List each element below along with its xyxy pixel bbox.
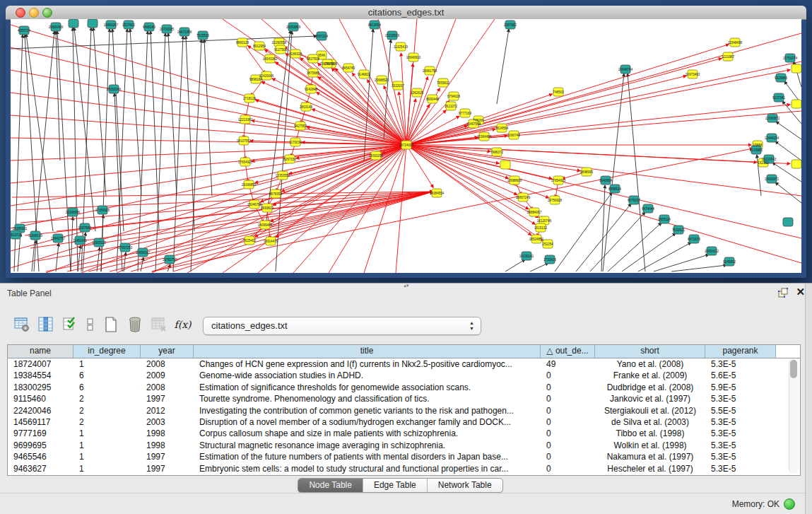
table-row[interactable]: 1830029562008Estimation of significance … xyxy=(8,382,800,393)
table-selector-dropdown[interactable]: citations_edges.txt ▲▼ xyxy=(203,317,481,335)
table-cell[interactable]: Tourette syndrome. Phenomenology and cla… xyxy=(194,393,541,404)
delete-table-icon[interactable] xyxy=(126,316,143,334)
table-cell[interactable]: 5.6E-5 xyxy=(705,370,776,381)
network-edge[interactable] xyxy=(97,247,100,271)
table-cell[interactable]: 49 xyxy=(541,358,595,370)
network-edge[interactable] xyxy=(406,70,790,145)
table-cell[interactable]: 18300295 xyxy=(8,382,73,393)
table-cell[interactable]: Nakamura et al. (1997) xyxy=(595,451,705,462)
network-edge[interactable] xyxy=(396,145,406,273)
new-table-icon[interactable] xyxy=(102,316,119,334)
column-header-in_degree[interactable]: in_degree xyxy=(73,345,141,358)
network-edge[interactable] xyxy=(406,64,413,145)
panel-splitter-handle[interactable]: ▴▾ xyxy=(401,283,412,288)
row-selection-icon[interactable] xyxy=(61,316,78,334)
table-cell[interactable]: 9115460 xyxy=(8,393,73,404)
column-header-pagerank[interactable]: pagerank xyxy=(705,345,776,358)
tab-edge-table[interactable]: Edge Table xyxy=(363,479,428,492)
network-node[interactable] xyxy=(792,100,801,108)
table-cell[interactable]: 5.3E-5 xyxy=(705,428,776,439)
import-table-icon-disabled[interactable] xyxy=(150,316,167,334)
network-edge[interactable] xyxy=(30,192,433,248)
network-edge[interactable] xyxy=(138,31,148,271)
table-cell[interactable]: Genome-wide association studies in ADHD. xyxy=(194,370,541,381)
table-cell[interactable]: 2 xyxy=(73,405,141,416)
table-row[interactable]: 2242004622012Investigating the contribut… xyxy=(8,405,800,416)
table-cell[interactable]: 1997 xyxy=(141,393,194,404)
table-row[interactable]: 911546021997Tourette syndrome. Phenomeno… xyxy=(8,393,800,404)
network-edge[interactable] xyxy=(46,192,433,271)
table-cell[interactable]: 0 xyxy=(541,451,595,462)
column-header-short[interactable]: short xyxy=(595,345,705,358)
table-cell[interactable]: Yano et al. (2008) xyxy=(595,358,705,370)
table-cell[interactable]: 6 xyxy=(73,370,141,381)
network-edge[interactable] xyxy=(530,263,548,271)
network-edge[interactable] xyxy=(406,145,433,187)
network-node[interactable] xyxy=(792,64,801,73)
network-node[interactable] xyxy=(88,19,98,28)
table-cell[interactable]: 9777169 xyxy=(8,428,73,439)
network-edge[interactable] xyxy=(56,31,60,160)
table-cell[interactable]: 5.3E-5 xyxy=(705,440,776,451)
table-cell[interactable]: 1 xyxy=(73,428,141,439)
table-cell[interactable]: 1 xyxy=(73,463,141,474)
table-cell[interactable]: 9465546 xyxy=(8,451,73,462)
table-cell[interactable]: 0 xyxy=(541,440,595,451)
table-cell[interactable]: 0 xyxy=(541,370,595,381)
network-edge[interactable] xyxy=(497,29,509,104)
network-edge[interactable] xyxy=(11,138,406,145)
network-edge[interactable] xyxy=(73,28,78,271)
table-cell[interactable]: Stergiakouli et al. (2012) xyxy=(595,405,705,416)
table-cell[interactable]: 1997 xyxy=(141,451,194,462)
table-cell[interactable]: 0 xyxy=(541,382,595,393)
network-edge[interactable] xyxy=(152,148,753,271)
column-header-year[interactable]: year xyxy=(141,345,194,358)
table-row[interactable]: 1872400712008Changes of HCN gene express… xyxy=(8,358,800,370)
tab-node-table[interactable]: Node Table xyxy=(298,479,363,492)
table-cell[interactable]: 6 xyxy=(73,382,141,393)
network-edge[interactable] xyxy=(406,62,801,145)
table-cell[interactable]: Estimation of significance thresholds fo… xyxy=(194,382,541,393)
network-edge[interactable] xyxy=(505,259,525,271)
tab-network-table[interactable]: Network Table xyxy=(428,479,502,492)
network-edge[interactable] xyxy=(638,243,691,271)
table-cell[interactable]: Investigating the contribution of common… xyxy=(194,405,541,416)
table-cell[interactable]: 14569117 xyxy=(8,416,73,428)
network-edge[interactable] xyxy=(608,223,661,271)
table-cell[interactable]: 1998 xyxy=(141,428,194,439)
table-cell[interactable]: Tibbo et al. (1998) xyxy=(595,428,705,439)
network-edge[interactable] xyxy=(78,245,81,271)
table-row[interactable]: 969969511998Structural magnetic resonanc… xyxy=(8,440,800,451)
network-edge[interactable] xyxy=(187,145,406,273)
table-cell[interactable]: 0 xyxy=(541,416,595,428)
network-edge[interactable] xyxy=(654,255,709,271)
table-vertical-scrollbar[interactable] xyxy=(789,358,799,474)
table-cell[interactable]: 9699695 xyxy=(8,440,73,451)
network-edge[interactable] xyxy=(364,145,406,273)
network-node[interactable] xyxy=(783,218,793,226)
network-edge[interactable] xyxy=(406,145,801,196)
network-edge[interactable] xyxy=(776,122,801,139)
clear-selection-icon[interactable] xyxy=(85,316,95,334)
network-graph[interactable]: 1872400719384554886012889129542226055891… xyxy=(11,19,801,273)
network-edge[interactable] xyxy=(11,145,406,183)
network-edge[interactable] xyxy=(406,19,495,145)
table-cell[interactable]: Disruption of a novel member of a sodium… xyxy=(194,416,541,428)
column-visibility-icon[interactable] xyxy=(37,316,54,334)
network-node[interactable] xyxy=(69,19,78,28)
column-header-title[interactable]: title xyxy=(194,345,541,358)
table-cell[interactable]: de Silva et al. (2003) xyxy=(595,416,705,428)
table-cell[interactable]: Franke et al. (2009) xyxy=(595,370,705,381)
table-cell[interactable]: 0 xyxy=(541,393,595,404)
table-cell[interactable]: Dudbridge et al. (2008) xyxy=(595,382,705,393)
table-row[interactable]: 946554611997Estimation of the future num… xyxy=(8,451,800,462)
close-panel-icon[interactable]: ✕ xyxy=(796,286,805,298)
memory-status-indicator[interactable] xyxy=(784,498,795,510)
table-cell[interactable]: Wolkin et al. (1998) xyxy=(595,440,705,451)
network-edge[interactable] xyxy=(401,53,406,145)
network-edge[interactable] xyxy=(406,145,552,179)
network-edge[interactable] xyxy=(406,145,549,198)
table-cell[interactable]: 5.3E-5 xyxy=(705,451,776,462)
table-cell[interactable]: 5.3E-5 xyxy=(705,463,776,474)
network-edge[interactable] xyxy=(406,145,790,164)
